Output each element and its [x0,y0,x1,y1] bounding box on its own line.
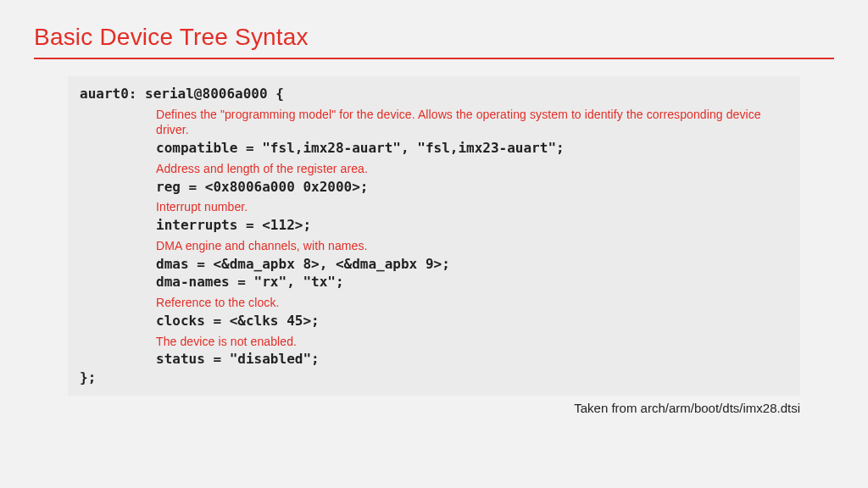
annotation: DMA engine and channels, with names. [156,238,788,254]
annotation: Defines the "programming model" for the … [156,107,788,139]
code-block: auart0: serial@8006a000 { Defines the "p… [68,76,800,396]
annotation: The device is not enabled. [156,334,788,350]
code-close-brace: }; [80,369,788,387]
slide-title: Basic Device Tree Syntax [34,24,834,51]
code-line: dma-names = "rx", "tx"; [156,273,788,291]
annotation: Reference to the clock. [156,295,788,311]
title-underline [34,58,834,59]
code-line: status = "disabled"; [156,350,788,369]
source-caption: Taken from arch/arm/boot/dts/imx28.dtsi [34,401,800,415]
annotation: Address and length of the register area. [156,161,788,177]
code-line: reg = <0x8006a000 0x2000>; [156,178,788,197]
code-line: interrupts = <112>; [156,216,788,235]
code-open-brace: auart0: serial@8006a000 { [80,85,788,103]
code-line: clocks = <&clks 45>; [156,312,788,330]
code-line: dmas = <&dma_apbx 8>, <&dma_apbx 9>; [156,255,788,274]
annotation: Interrupt number. [156,199,788,215]
code-line: compatible = "fsl,imx28-auart", "fsl,imx… [156,139,788,158]
